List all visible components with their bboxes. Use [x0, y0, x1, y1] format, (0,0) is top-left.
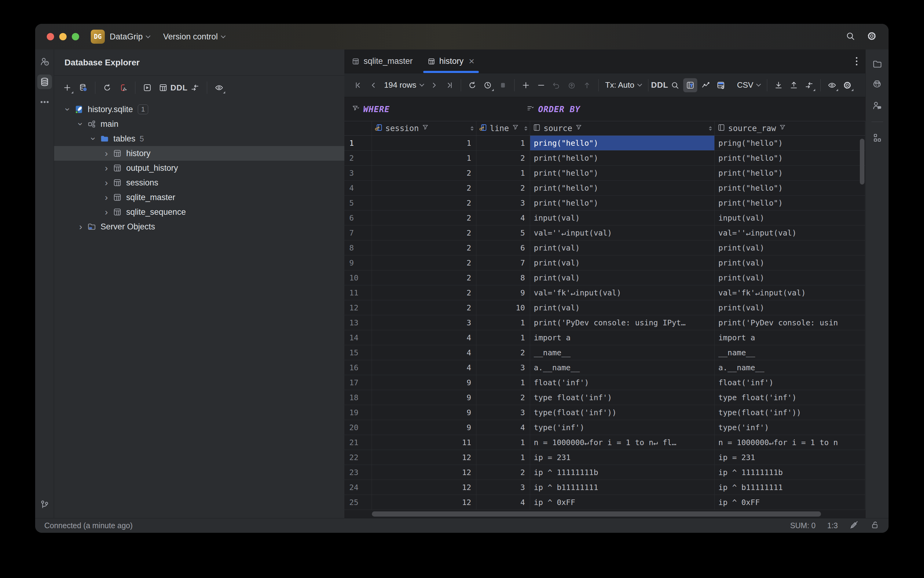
table-row[interactable]: 624input(val)input(val) — [344, 211, 866, 226]
zoom-window-button[interactable] — [72, 33, 79, 40]
no-edit-icon[interactable] — [849, 520, 859, 531]
cell-session[interactable]: 9 — [372, 405, 476, 420]
cell-source[interactable]: print("hello") — [530, 195, 715, 210]
cell-source-raw[interactable]: val=''↵input(val) — [715, 226, 866, 240]
row-number[interactable]: 10 — [344, 270, 372, 285]
chevron-collapsed-icon[interactable]: › — [101, 164, 112, 173]
column-header-source[interactable]: source — [530, 121, 715, 135]
cell-session[interactable]: 12 — [372, 495, 476, 510]
cell-line[interactable]: 6 — [476, 240, 530, 255]
chevron-collapsed-icon[interactable]: › — [75, 222, 86, 231]
disconnect-icon[interactable] — [116, 81, 130, 95]
table-row[interactable]: 1892type float('inf')type float('inf') — [344, 390, 866, 405]
first-page-icon[interactable] — [351, 78, 365, 92]
cell-source[interactable]: import a — [530, 330, 715, 345]
cell-source[interactable]: input(val) — [530, 211, 715, 225]
cell-source[interactable]: print("hello") — [530, 151, 715, 165]
cell-source[interactable]: type(float('inf')) — [530, 405, 715, 420]
cell-session[interactable]: 4 — [372, 330, 476, 345]
row-number[interactable]: 2 — [344, 151, 372, 165]
undo-icon[interactable] — [549, 78, 563, 92]
cell-source[interactable]: __name__ — [530, 345, 715, 360]
table-row[interactable]: 523print("hello")print("hello") — [344, 195, 866, 211]
page-size-selector[interactable]: 194 rows — [382, 80, 426, 90]
tree-item-sqlite-sequence[interactable]: ›sqlite_sequence — [54, 205, 344, 219]
cell-source-raw[interactable]: type('inf') — [715, 420, 866, 435]
submit-icon[interactable] — [565, 78, 579, 92]
cell-session[interactable]: 4 — [372, 345, 476, 360]
row-number[interactable]: 17 — [344, 375, 372, 390]
cell-line[interactable]: 3 — [476, 195, 530, 210]
export-icon[interactable] — [787, 78, 801, 92]
table-row[interactable]: 927print(val)print(val) — [344, 255, 866, 270]
cell-line[interactable]: 1 — [476, 136, 530, 150]
chevron-expanded-icon[interactable]: › — [63, 104, 72, 115]
cell-session[interactable]: 4 — [372, 360, 476, 375]
unlock-icon[interactable] — [870, 520, 879, 531]
cell-session[interactable]: 2 — [372, 300, 476, 315]
tree-item-output-history[interactable]: ›output_history — [54, 161, 344, 175]
chevron-collapsed-icon[interactable]: › — [101, 178, 112, 187]
tree-item-main[interactable]: ›main — [54, 117, 344, 132]
cell-source[interactable]: ip ^ 0xFF — [530, 495, 715, 510]
cell-source-raw[interactable]: a.__name__ — [715, 360, 866, 375]
caret-position[interactable]: 1:3 — [827, 521, 838, 530]
cell-line[interactable]: 1 — [476, 315, 530, 330]
table-row[interactable]: 321print("hello")print("hello") — [344, 166, 866, 180]
column-header-source_raw[interactable]: source_raw — [715, 121, 866, 135]
cell-source-raw[interactable]: print("hello") — [715, 151, 866, 165]
cell-source-raw[interactable]: print(val) — [715, 240, 866, 255]
tree-item-history-sqlite[interactable]: ›history.sqlite1 — [54, 102, 344, 117]
jump-to-icon[interactable] — [188, 81, 202, 95]
database-explorer-toolwindow-button[interactable] — [37, 75, 52, 89]
row-number[interactable]: 3 — [344, 166, 372, 180]
table-row[interactable]: 23122ip ^ 11111111bip ^ 11111111b — [344, 465, 866, 480]
cell-session[interactable]: 12 — [372, 480, 476, 495]
tab-sqlite-master[interactable]: sqlite_master — [344, 49, 420, 73]
ai-assistant-icon[interactable] — [870, 78, 885, 92]
close-tab-icon[interactable]: × — [469, 55, 474, 67]
table-row[interactable]: 826print(val)print(val) — [344, 240, 866, 255]
chevron-expanded-icon[interactable]: › — [76, 119, 85, 129]
table-row[interactable]: 1331print('PyDev console: using IPyt…pri… — [344, 315, 866, 330]
filter-funnel-icon[interactable] — [779, 124, 786, 133]
where-clause[interactable]: WHERE — [363, 104, 390, 114]
cell-line[interactable]: 1 — [476, 330, 530, 345]
row-number[interactable]: 25 — [344, 495, 372, 510]
row-number[interactable]: 19 — [344, 405, 372, 420]
table-row[interactable]: 1993type(float('inf'))type(float('inf')) — [344, 405, 866, 420]
cell-source-raw[interactable]: print("hello") — [715, 166, 866, 180]
cell-source[interactable]: type float('inf') — [530, 390, 715, 405]
cell-line[interactable]: 2 — [476, 345, 530, 360]
row-number[interactable]: 5 — [344, 195, 372, 210]
table-row[interactable]: 1542__name____name__ — [344, 345, 866, 360]
cell-source[interactable]: n = 1000000↵for i = 1 to n↵ fl… — [530, 435, 715, 450]
cell-source[interactable]: float('inf') — [530, 375, 715, 390]
cell-source[interactable]: print(val) — [530, 255, 715, 270]
minimize-window-button[interactable] — [59, 33, 67, 40]
cell-line[interactable]: 2 — [476, 465, 530, 480]
row-number[interactable]: 11 — [344, 285, 372, 300]
close-window-button[interactable] — [47, 33, 54, 40]
connection-status[interactable]: Connected (a minute ago) — [44, 521, 133, 530]
cell-source-raw[interactable]: __name__ — [715, 345, 866, 360]
cell-source[interactable]: pring("hello") — [530, 136, 715, 150]
refresh-icon[interactable] — [100, 81, 114, 95]
cell-line[interactable]: 3 — [476, 405, 530, 420]
filter-funnel-icon[interactable] — [575, 124, 582, 133]
row-number[interactable]: 22 — [344, 450, 372, 465]
table-icon[interactable] — [156, 81, 170, 95]
filter-funnel-icon[interactable] — [422, 124, 429, 133]
row-number[interactable]: 6 — [344, 211, 372, 225]
row-number[interactable]: 18 — [344, 390, 372, 405]
chart-icon[interactable] — [698, 78, 713, 92]
cell-session[interactable]: 12 — [372, 450, 476, 465]
cell-source-raw[interactable]: type(float('inf')) — [715, 405, 866, 420]
commit-icon[interactable] — [580, 78, 594, 92]
cell-source[interactable]: print(val) — [530, 300, 715, 315]
cell-source-raw[interactable]: import a — [715, 330, 866, 345]
table-row[interactable]: 422print("hello")print("hello") — [344, 180, 866, 195]
cell-session[interactable]: 2 — [372, 255, 476, 270]
cell-session[interactable]: 12 — [372, 465, 476, 480]
table-row[interactable]: 725val=''↵input(val)val=''↵input(val) — [344, 226, 866, 240]
